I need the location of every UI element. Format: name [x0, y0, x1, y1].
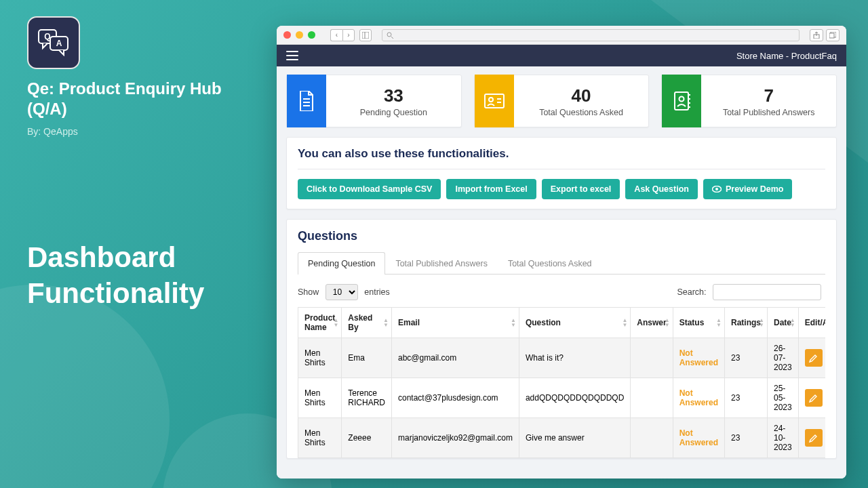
browser-toolbar: ‹ ›: [277, 26, 846, 45]
column-header[interactable]: Asked By▲▼: [342, 308, 392, 338]
func-button[interactable]: Import from Excel: [446, 179, 536, 199]
func-button[interactable]: Ask Question: [625, 179, 698, 199]
edit-button[interactable]: [805, 349, 823, 367]
app-title: Qe: Product Enquiry Hub (Q/A): [27, 79, 258, 119]
svg-rect-4: [362, 32, 369, 39]
functions-panel: You can also use these functionalities. …: [286, 137, 837, 209]
sort-icon: ▲▼: [511, 318, 516, 327]
cell-question: What is it?: [519, 338, 630, 378]
tabs-button[interactable]: [826, 29, 840, 41]
store-name: Store Name - ProductFaq: [736, 51, 837, 61]
share-icon: [813, 32, 820, 39]
questions-panel: Questions Pending QuestionTotal Publishe…: [286, 219, 837, 459]
forward-button[interactable]: ›: [342, 29, 355, 41]
app-bar: Store Name - ProductFaq: [277, 45, 846, 66]
column-header[interactable]: Question▲▼: [519, 308, 630, 338]
cell-email: marjanoviczeljko92@gmail.com: [392, 418, 519, 458]
hamburger-icon[interactable]: [286, 51, 298, 60]
column-header[interactable]: Edit/Answer▲▼: [798, 308, 825, 338]
stat-label: Pending Question: [326, 108, 461, 117]
cell-product: Men Shirts: [298, 418, 342, 458]
edit-button[interactable]: [805, 429, 823, 447]
stat-value: 7: [701, 85, 836, 106]
close-dot[interactable]: [283, 31, 291, 39]
cell-question: addQDQDQDDQDQDDQD: [519, 378, 630, 418]
url-bar[interactable]: [382, 29, 800, 41]
page-size-select[interactable]: 10: [326, 284, 358, 300]
back-button[interactable]: ‹: [330, 29, 342, 41]
svg-text:A: A: [56, 39, 62, 48]
column-header[interactable]: Ratings▲▼: [725, 308, 768, 338]
cell-askedby: Terence RICHARD: [342, 378, 392, 418]
panel-icon: [362, 32, 369, 39]
sort-icon: ▲▼: [716, 318, 722, 327]
pencil-icon: [809, 434, 818, 443]
share-button[interactable]: [810, 29, 823, 41]
cell-ratings: 23: [725, 378, 768, 418]
svg-point-6: [387, 33, 391, 37]
tab[interactable]: Total Questions Asked: [498, 252, 602, 274]
table-row: Men ShirtsTerence RICHARDcontact@37plusd…: [298, 378, 826, 418]
search-box: Search:: [677, 284, 825, 300]
search-icon: [387, 32, 393, 39]
eye-icon: [712, 186, 722, 192]
cell-status: Not Answered: [673, 418, 724, 458]
questions-heading: Questions: [298, 229, 825, 243]
cell-question: Give me answer: [519, 418, 630, 458]
sort-icon: ▲▼: [622, 318, 627, 327]
sort-icon: ▲▼: [333, 318, 338, 327]
contacts-icon: [662, 75, 701, 127]
cell-date: 25-05-2023: [768, 378, 799, 418]
cell-email: contact@37plusdesign.com: [392, 378, 519, 418]
sort-icon: ▲▼: [383, 318, 389, 327]
cell-ratings: 23: [725, 338, 768, 378]
column-header[interactable]: Product Name▲▼: [298, 308, 342, 338]
stat-card: 40Total Questions Asked: [474, 75, 650, 127]
cell-askedby: Zeeee: [342, 418, 392, 458]
column-header[interactable]: Email▲▼: [392, 308, 519, 338]
svg-point-18: [679, 97, 684, 102]
column-header[interactable]: Status▲▼: [673, 308, 724, 338]
maximize-dot[interactable]: [308, 31, 315, 39]
qa-icon: Q A: [38, 29, 69, 56]
functions-heading: You can also use these functionalities.: [298, 147, 825, 169]
cell-date: 26-07-2023: [768, 338, 799, 378]
app-logo: Q A: [27, 16, 80, 69]
column-header[interactable]: Answer▲▼: [631, 308, 673, 338]
tabs-icon: [829, 32, 836, 39]
stat-card: 33Pending Question: [286, 75, 462, 127]
func-button[interactable]: Click to Download Sample CSV: [298, 179, 441, 199]
search-input[interactable]: [713, 284, 821, 300]
sort-icon: ▲▼: [665, 318, 670, 327]
func-button[interactable]: Export to excel: [542, 179, 620, 199]
sort-icon: ▲▼: [759, 318, 764, 327]
column-header[interactable]: Date▲▼: [768, 308, 799, 338]
edit-button[interactable]: [805, 389, 823, 407]
sort-icon: ▲▼: [790, 318, 795, 327]
stat-label: Total Published Answers: [701, 108, 836, 117]
app-author: By: QeApps: [27, 126, 258, 137]
stat-label: Total Questions Asked: [514, 108, 649, 117]
stat-value: 33: [326, 85, 461, 106]
cell-answer: [631, 338, 673, 378]
cell-status: Not Answered: [673, 338, 724, 378]
cell-email: abc@gmail.com: [392, 338, 519, 378]
cell-date: 24-10-2023: [768, 418, 799, 458]
pencil-icon: [809, 354, 818, 363]
questions-table: Product Name▲▼Asked By▲▼Email▲▼Question▲…: [298, 307, 825, 458]
browser-frame: ‹ › Store Name - ProductFaq 33Pending Qu…: [277, 26, 846, 479]
page-headline: Dashboard Functionality: [27, 240, 258, 311]
tab[interactable]: Total Published Answers: [385, 252, 498, 274]
cell-product: Men Shirts: [298, 338, 342, 378]
sidebar-toggle-button[interactable]: [359, 29, 372, 41]
svg-point-14: [489, 98, 493, 102]
id-card-icon: [475, 75, 514, 127]
svg-point-24: [715, 188, 718, 190]
stat-value: 40: [514, 85, 649, 106]
func-button[interactable]: Preview Demo: [703, 179, 792, 199]
cell-status: Not Answered: [673, 378, 724, 418]
tab[interactable]: Pending Question: [298, 252, 385, 274]
pencil-icon: [809, 394, 818, 403]
minimize-dot[interactable]: [296, 31, 303, 39]
svg-rect-9: [829, 33, 834, 38]
